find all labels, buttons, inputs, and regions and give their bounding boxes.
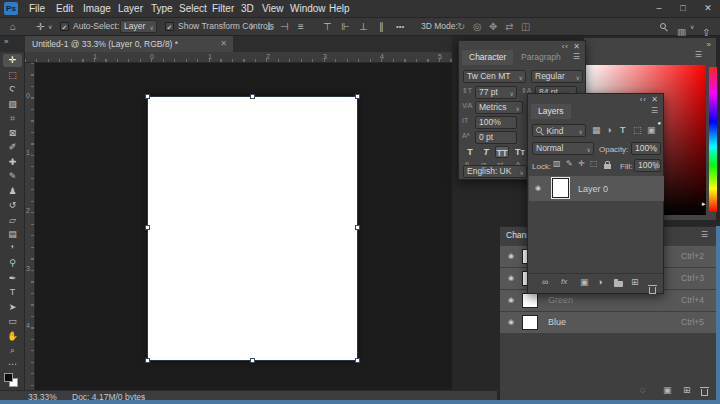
- transform-handle-bottom-right[interactable]: [355, 358, 360, 363]
- window-close-button[interactable]: ✕: [697, 0, 719, 16]
- layers-panel-menu-icon[interactable]: ☰: [651, 106, 658, 115]
- character-panel-menu-icon[interactable]: ☰: [573, 52, 580, 61]
- visibility-eye-icon[interactable]: ◉: [508, 318, 514, 326]
- more-options-icon[interactable]: •••: [396, 18, 404, 35]
- transform-handle-middle-left[interactable]: [145, 225, 150, 230]
- link-layers-icon[interactable]: ∞: [542, 277, 548, 287]
- align-right-edges-icon[interactable]: ⊣: [280, 18, 289, 35]
- filter-kind-dropdown[interactable]: Kind ∨: [532, 124, 586, 137]
- chevron-down-icon[interactable]: ∨: [690, 19, 694, 36]
- filter-shape-layers-icon[interactable]: ⬚: [633, 125, 642, 135]
- fill-field[interactable]: 100% ∨: [634, 159, 661, 172]
- hue-slider-arrow-icon[interactable]: ▸: [702, 200, 706, 208]
- eyedropper-tool[interactable]: ✐: [3, 141, 22, 154]
- close-tab-icon[interactable]: ✕: [220, 36, 227, 52]
- filter-adjustment-layers-icon[interactable]: ◑: [606, 125, 611, 135]
- dock-expand-icon[interactable]: »: [707, 40, 712, 49]
- transform-handle-middle-right[interactable]: [355, 225, 360, 230]
- filter-toggle-icon[interactable]: ●: [657, 120, 661, 126]
- transform-handle-top-center[interactable]: [250, 94, 255, 99]
- blur-tool[interactable]: ❜: [3, 243, 22, 256]
- lock-position-icon[interactable]: ✛: [578, 159, 585, 168]
- visibility-eye-icon[interactable]: ◉: [508, 252, 514, 260]
- layer-style-icon[interactable]: fx: [561, 277, 567, 286]
- rectangular-marquee-tool[interactable]: ⬚: [3, 69, 22, 82]
- dodge-tool[interactable]: ⚲: [3, 257, 22, 270]
- object-selection-tool[interactable]: ▧: [3, 98, 22, 111]
- menu-help[interactable]: Help: [322, 0, 357, 17]
- group-layers-icon[interactable]: [614, 281, 623, 287]
- clone-stamp-tool[interactable]: ♟: [3, 185, 22, 198]
- tab-character[interactable]: Character: [462, 50, 513, 65]
- layer-thumbnail[interactable]: [552, 178, 569, 198]
- visibility-eye-icon[interactable]: ◉: [535, 184, 541, 192]
- visibility-eye-icon[interactable]: ◉: [508, 296, 514, 304]
- font-style-dropdown[interactable]: Regular ∨: [531, 70, 583, 83]
- kerning-dropdown[interactable]: Metrics ∨: [475, 101, 523, 114]
- adjustment-layer-icon[interactable]: ◑: [597, 277, 602, 287]
- blend-mode-dropdown[interactable]: Normal ∨: [532, 142, 594, 155]
- visibility-eye-icon[interactable]: ◉: [508, 274, 514, 282]
- language-dropdown[interactable]: English: UK ∨: [463, 165, 527, 178]
- font-size-field[interactable]: 77 pt ∨: [475, 86, 517, 99]
- distribute-vertical-icon[interactable]: ∥: [379, 18, 384, 35]
- channel-thumbnail[interactable]: [522, 315, 538, 330]
- rectangle-tool[interactable]: ▭: [3, 315, 22, 328]
- channels-panel-menu-icon[interactable]: ☰: [701, 230, 708, 239]
- baseline-shift-field[interactable]: 0 pt: [475, 131, 517, 144]
- align-horizontal-centers-icon[interactable]: ⊥: [265, 18, 274, 35]
- lock-transparent-pixels-icon[interactable]: ▨: [553, 159, 561, 168]
- scale-3d-icon[interactable]: ◫: [521, 18, 530, 35]
- filter-smart-objects-icon[interactable]: ▣: [647, 125, 656, 135]
- move-tool[interactable]: ✛: [3, 54, 22, 67]
- auto-select-checkbox[interactable]: ✓: [60, 22, 69, 31]
- delete-channel-icon[interactable]: [701, 389, 708, 396]
- new-layer-icon[interactable]: ⊞: [631, 277, 639, 287]
- lock-image-pixels-icon[interactable]: ✎: [566, 159, 573, 168]
- foreground-color-swatch[interactable]: [4, 373, 13, 382]
- vertical-scale-field[interactable]: 100%: [475, 116, 517, 129]
- gradient-tool[interactable]: ▤: [3, 228, 22, 241]
- menu-file[interactable]: File: [22, 0, 52, 17]
- distribute-horizontal-icon[interactable]: ≡: [298, 18, 304, 35]
- layer-name[interactable]: Layer 0: [578, 184, 608, 194]
- transform-handle-top-left[interactable]: [145, 94, 150, 99]
- filter-pixel-layers-icon[interactable]: ▦: [592, 125, 601, 135]
- filter-type-layers-icon[interactable]: T: [620, 125, 626, 135]
- path-selection-tool[interactable]: ➤: [3, 301, 22, 314]
- orbit-3d-icon[interactable]: ↻: [457, 18, 465, 35]
- color-panel-menu-icon[interactable]: ☰: [695, 50, 702, 59]
- brush-tool[interactable]: ✎: [3, 170, 22, 183]
- window-minimize-button[interactable]: –: [648, 0, 670, 16]
- channel-row-blue[interactable]: ◉ Blue Ctrl+5: [500, 312, 716, 333]
- layer-row[interactable]: ◉ Layer 0: [529, 176, 664, 201]
- channel-thumbnail[interactable]: [522, 293, 538, 308]
- window-maximize-button[interactable]: □: [672, 0, 694, 16]
- close-panel-icon[interactable]: ✕: [651, 95, 659, 104]
- transform-handle-bottom-center[interactable]: [250, 358, 255, 363]
- chevron-down-icon[interactable]: ∨: [48, 19, 52, 36]
- align-vertical-centers-icon[interactable]: ⊩: [341, 18, 350, 35]
- eraser-tool[interactable]: ▱: [3, 214, 22, 227]
- lock-all-icon[interactable]: [604, 164, 611, 169]
- align-left-edges-icon[interactable]: ⊦: [250, 18, 255, 35]
- style-italic-button[interactable]: T: [479, 146, 493, 158]
- lasso-tool[interactable]: Ϛ: [3, 83, 22, 96]
- opacity-field[interactable]: 100% ∨: [631, 142, 661, 155]
- transform-handle-top-right[interactable]: [355, 94, 360, 99]
- style-all-caps-button[interactable]: TT: [495, 146, 509, 158]
- show-transform-checkbox[interactable]: ✓: [165, 22, 174, 31]
- lock-artboard-icon[interactable]: ⬚: [590, 159, 598, 168]
- pen-tool[interactable]: ✒: [3, 272, 22, 285]
- crop-tool[interactable]: ⌗: [3, 112, 22, 125]
- more-tools-icon[interactable]: ⋯: [3, 358, 22, 371]
- tab-layers[interactable]: Layers: [531, 104, 571, 119]
- new-channel-icon[interactable]: ⊞: [683, 385, 691, 395]
- load-selection-icon[interactable]: ◌: [640, 385, 645, 395]
- delete-layer-icon[interactable]: [649, 287, 656, 294]
- slide-3d-icon[interactable]: ⇄: [505, 18, 513, 35]
- tab-paragraph[interactable]: Paragraph: [514, 50, 568, 65]
- document-tab[interactable]: Untitled-1 @ 33.3% (Layer 0, RGB/8) * ✕: [25, 36, 233, 52]
- home-icon[interactable]: ⌂: [10, 18, 16, 35]
- search-icon[interactable]: [660, 23, 666, 29]
